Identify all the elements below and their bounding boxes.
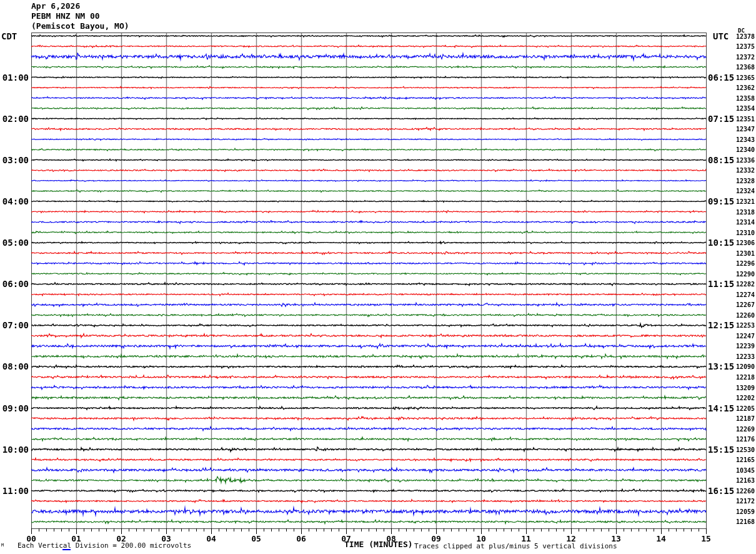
dc-offset-value: 12090 [730,363,755,370]
left-hour-label: 10:00 [0,445,29,455]
x-tick-label: 05 [251,534,261,543]
dc-offset-value: 12332 [730,167,755,174]
dc-offset-value: 12247 [730,332,755,339]
dc-offset-value: 12375 [730,43,755,50]
dc-offset-value: 12267 [730,301,755,308]
dc-offset-value: 12202 [730,395,755,401]
blue-underline-artifact [62,549,71,550]
dc-offset-value: 12165 [730,456,755,463]
x-tick-label: 04 [206,534,216,543]
dc-offset-value: 12321 [730,198,755,204]
title-location: (Pemiscot Bayou, MO) [31,21,129,31]
dc-offset-value: 12530 [730,446,755,453]
dc-offset-value: 12314 [730,219,755,226]
dc-offset-value: 12218 [730,373,755,380]
dc-offset-value: 12172 [730,498,755,505]
dc-offset-value: 12310 [730,229,755,236]
dc-offset-value: 12351 [730,115,755,122]
dc-offset-value: 12347 [730,126,755,133]
dc-offset-value: 12365 [730,74,755,81]
dc-offset-value: 12176 [730,436,755,443]
left-hour-label: 01:00 [0,73,29,83]
title-date: Apr 6,2026 [31,1,80,11]
dc-offset-value: 12290 [730,270,755,277]
dc-offset-value: 12253 [730,322,755,329]
left-hour-label: 02:00 [0,114,29,124]
dc-offset-value: 12358 [730,94,755,101]
plot-title: Apr 6,2026 PEBM HNZ NM 00 (Pemiscot Bayo… [31,1,129,31]
clip-note: Traces clipped at plus/minus 5 vertical … [414,542,617,550]
dc-offset-value: 12168 [730,518,755,525]
dc-offset-value: 12187 [730,415,755,422]
left-hour-label: 08:00 [0,361,29,371]
dc-offset-value: 12354 [730,105,755,112]
x-axis-title: TIME (MINUTES) [344,540,413,549]
dc-offset-value: 12239 [730,343,755,350]
dc-offset-value: 12328 [730,177,755,184]
dc-offset-value: 12059 [730,508,755,515]
left-hour-label: 09:00 [0,403,29,413]
dc-offset-value: 12296 [730,260,755,267]
left-hour-label: 04:00 [0,196,29,206]
dc-offset-value: 12372 [730,53,755,60]
dc-offset-value: 12260 [730,487,755,494]
dc-offset-value: 12306 [730,239,755,246]
dc-offset-value: 12282 [730,281,755,288]
dc-offset-value: 10345 [730,466,755,473]
x-tick-label: 15 [701,534,711,543]
right-timezone-label: UTC [713,31,729,41]
dc-offset-value: 12362 [730,84,755,91]
left-hour-label: 07:00 [0,320,29,330]
left-hour-label: 05:00 [0,238,29,248]
corner-mark: M [1,543,4,548]
dc-offset-value: 12324 [730,188,755,194]
dc-offset-value: 12163 [730,477,755,484]
dc-offset-value: 12205 [730,405,755,411]
dc-offset-value: 12343 [730,136,755,143]
dc-offset-value: 12274 [730,291,755,298]
dc-offset-value: 12378 [730,33,755,39]
left-hour-label: 06:00 [0,279,29,289]
title-station: PEBM HNZ NM 00 [31,11,100,21]
x-tick-label: 14 [656,534,666,543]
scale-note: Each Vertical Division = 200.00 microvol… [17,541,191,550]
dc-offset-value: 12269 [730,425,755,432]
dc-offset-value: 13209 [730,384,755,391]
dc-offset-value: 12340 [730,146,755,153]
dc-offset-value: 12260 [730,311,755,318]
dc-offset-value: 12368 [730,64,755,71]
dc-offset-value: 12301 [730,249,755,256]
dc-offset-value: 12233 [730,353,755,360]
left-timezone-label: CDT [1,31,17,41]
left-hour-label: 03:00 [0,155,29,165]
dc-offset-value: 12336 [730,156,755,163]
x-tick-label: 06 [296,534,306,543]
seismogram-canvas [0,0,756,554]
left-hour-label: 11:00 [0,486,29,496]
dc-offset-value: 12318 [730,208,755,215]
